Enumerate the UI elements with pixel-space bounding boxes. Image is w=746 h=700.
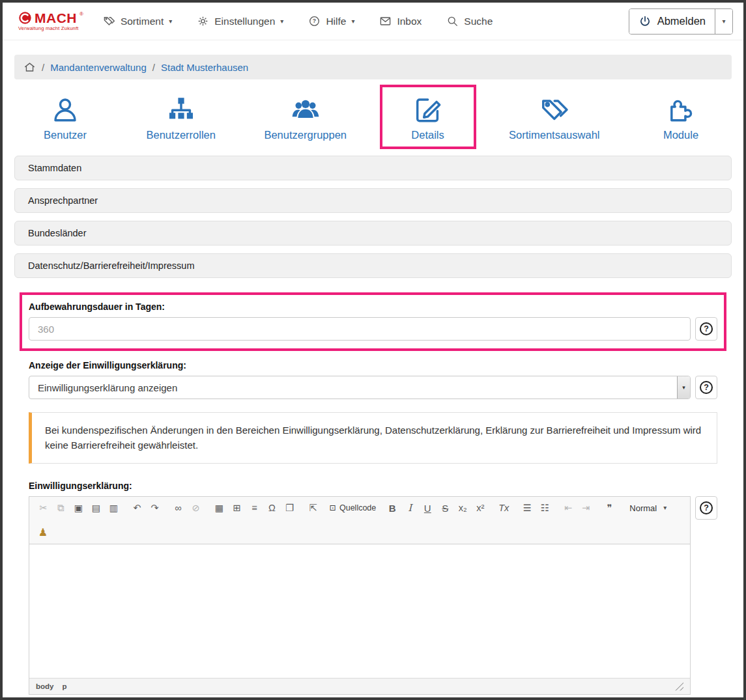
annotation-retention-highlight: Aufbewahrungsdauer in Tagen: ? xyxy=(20,292,726,351)
datenschutz-panel: Aufbewahrungsdauer in Tagen: ? Anzeige d… xyxy=(14,286,732,695)
toolbar-unlink-button[interactable]: ⊘ xyxy=(189,501,203,515)
toolbar-paste-word-button[interactable]: ▥ xyxy=(107,501,121,515)
app-window: MACH ® Verwaltung macht Zukunft Sortimen… xyxy=(0,0,746,700)
path-body[interactable]: body xyxy=(36,682,53,690)
path-p[interactable]: p xyxy=(62,682,66,690)
toolbar-subscript-button[interactable]: x₂ xyxy=(455,501,470,515)
toolbar-paste-text-button[interactable]: ▤ xyxy=(89,501,104,515)
consent-display-help-button[interactable]: ? xyxy=(695,376,717,399)
toolbar-separator xyxy=(489,508,495,509)
breadcrumb-separator: / xyxy=(152,62,155,73)
editor-toolbar: ✂ ⧉ ▣ ▤ ▥ ↶ ↷ ∞ ⊘ ▦ ⊞ ≡ xyxy=(29,497,690,544)
nav-inbox[interactable]: Inbox xyxy=(379,15,422,27)
toolbar-outdent-button[interactable]: ⇤ xyxy=(561,501,575,515)
toolbar-special-char-button[interactable]: Ω xyxy=(265,501,280,515)
breadcrumb: / Mandantenverwaltung / Stadt Musterhaus… xyxy=(14,55,732,79)
mach-logo[interactable]: MACH ® Verwaltung macht Zukunft xyxy=(18,11,83,31)
toolbar-maximize-button[interactable]: ⇱ xyxy=(306,501,321,515)
toolbar-table-button[interactable]: ⊞ xyxy=(230,501,244,515)
hierarchy-icon xyxy=(166,95,196,125)
nav-suche[interactable]: Suche xyxy=(446,15,493,27)
nav-label: Inbox xyxy=(397,16,422,27)
barrier-notice: Bei kundenspezifischen Änderungen in den… xyxy=(29,412,717,464)
consent-editor-help-button[interactable]: ? xyxy=(695,496,717,520)
toolbar-underline-button[interactable]: U xyxy=(420,501,435,515)
toolbar-indent-button[interactable]: ⇥ xyxy=(579,501,593,515)
nav-einstellungen[interactable]: Einstellungen ▾ xyxy=(197,15,283,27)
toolbar-separator xyxy=(164,508,169,509)
tab-benutzerrollen[interactable]: Benutzerrollen xyxy=(134,87,229,147)
toolbar-link-button[interactable]: ∞ xyxy=(171,501,186,515)
toolbar-numbered-list-button[interactable]: ☰ xyxy=(520,501,534,515)
puzzle-icon xyxy=(666,95,696,125)
retention-help-button[interactable]: ? xyxy=(695,317,717,341)
retention-input[interactable] xyxy=(29,317,691,341)
toolbar-stamp-button[interactable]: ♟ xyxy=(36,525,50,540)
toolbar-source-button[interactable]: ⊡ Quellcode xyxy=(330,501,377,515)
accordion-ansprechpartner[interactable]: Ansprechpartner xyxy=(14,188,732,213)
toolbar-bulleted-list-button[interactable]: ☷ xyxy=(538,501,552,515)
help-icon: ? xyxy=(700,381,713,394)
nav-sortiment[interactable]: Sortiment ▾ xyxy=(103,15,172,27)
breadcrumb-link-stadt-musterhausen[interactable]: Stadt Musterhausen xyxy=(161,62,248,73)
editor-content-area[interactable] xyxy=(29,544,690,678)
toolbar-separator xyxy=(122,508,128,509)
toolbar-redo-button[interactable]: ↷ xyxy=(148,501,162,515)
accordion-bundeslaender[interactable]: Bundesländer xyxy=(14,221,732,245)
toolbar-horizontal-rule-button[interactable]: ≡ xyxy=(248,501,262,515)
toolbar-remove-format-button[interactable]: Tx xyxy=(496,501,511,515)
mach-logo-icon xyxy=(18,11,32,25)
chevron-down-icon: ▾ xyxy=(677,376,690,399)
logout-button[interactable]: Abmelden xyxy=(629,9,715,34)
breadcrumb-link-mandantenverwaltung[interactable]: Mandantenverwaltung xyxy=(50,62,147,73)
chevron-down-icon: ▾ xyxy=(722,18,725,25)
retention-label: Aufbewahrungsdauer in Tagen: xyxy=(29,301,717,312)
gear-icon xyxy=(197,15,209,27)
mail-icon xyxy=(379,15,392,27)
toolbar-italic-button[interactable]: I xyxy=(403,501,417,515)
home-icon[interactable] xyxy=(23,61,36,74)
toolbar-paste-button[interactable]: ▣ xyxy=(72,501,86,515)
toolbar-image-button[interactable]: ▦ xyxy=(212,501,227,515)
toolbar-blockquote-button[interactable]: ❞ xyxy=(602,501,616,515)
chevron-down-icon: ▾ xyxy=(280,18,283,25)
rich-text-editor: ✂ ⧉ ▣ ▤ ▥ ↶ ↷ ∞ ⊘ ▦ ⊞ ≡ xyxy=(29,496,691,695)
paragraph-format-dropdown[interactable]: Normal ▾ xyxy=(625,501,670,515)
tab-module[interactable]: Module xyxy=(635,87,726,147)
user-icon xyxy=(50,95,80,125)
toolbar-templates-button[interactable]: ❐ xyxy=(283,501,297,515)
tab-bar: Benutzer Benutzerrollen Benutzergruppen xyxy=(3,87,743,147)
logout-dropdown-button[interactable]: ▾ xyxy=(715,9,732,34)
nav-hilfe[interactable]: ? Hilfe ▾ xyxy=(308,15,354,27)
toolbar-copy-button[interactable]: ⧉ xyxy=(54,501,68,515)
tab-benutzer[interactable]: Benutzer xyxy=(20,87,111,147)
consent-display-select[interactable]: Einwilligungserklärung anzeigen ▾ xyxy=(29,376,691,399)
toolbar-separator xyxy=(322,508,328,509)
tab-label: Benutzer xyxy=(44,129,87,141)
toolbar-cut-button[interactable]: ✂ xyxy=(36,501,51,515)
resize-grip[interactable] xyxy=(675,682,683,691)
chevron-down-icon: ▾ xyxy=(169,18,172,25)
toolbar-undo-button[interactable]: ↶ xyxy=(130,501,145,515)
editor-path-bar: body p xyxy=(29,678,690,694)
toolbar-separator xyxy=(595,508,601,509)
tab-benutzergruppen[interactable]: Benutzergruppen xyxy=(251,87,360,147)
accordion-stammdaten[interactable]: Stammdaten xyxy=(14,156,732,180)
consent-editor-label: Einwilligungserklärung: xyxy=(29,481,717,491)
accordion-datenschutz[interactable]: Datenschutz/Barrierefreiheit/Impressum xyxy=(14,253,732,278)
chevron-down-icon: ▾ xyxy=(663,505,667,511)
toolbar-separator xyxy=(554,508,560,509)
format-value: Normal xyxy=(629,504,657,512)
search-icon xyxy=(446,15,459,27)
tab-sortimentsauswahl[interactable]: Sortimentsauswahl xyxy=(496,87,612,147)
tags-icon xyxy=(103,15,115,27)
toolbar-strikethrough-button[interactable]: S xyxy=(438,501,452,515)
nav-label: Hilfe xyxy=(326,16,346,27)
toolbar-superscript-button[interactable]: x² xyxy=(473,501,487,515)
source-label: Quellcode xyxy=(339,504,376,512)
tab-details[interactable]: Details xyxy=(382,87,474,147)
nav-label: Suche xyxy=(464,16,493,27)
help-icon: ? xyxy=(700,501,713,514)
toolbar-separator xyxy=(378,508,384,509)
toolbar-bold-button[interactable]: B xyxy=(385,501,399,515)
